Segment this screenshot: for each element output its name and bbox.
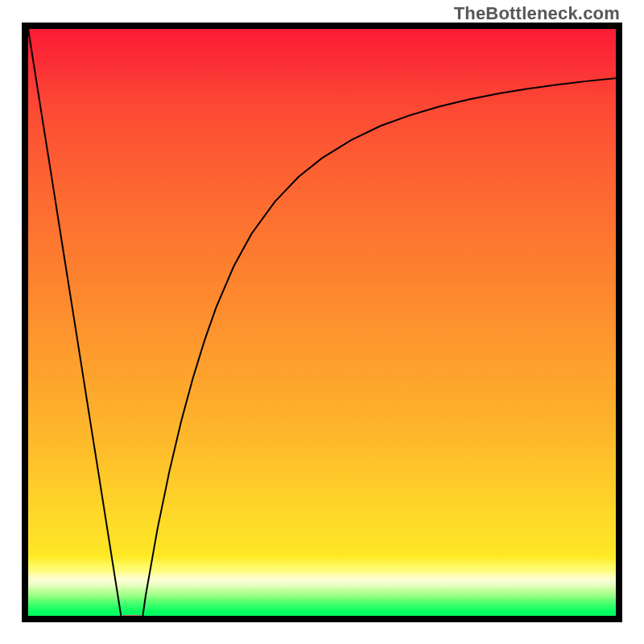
chart-curves-svg <box>28 29 616 616</box>
chart-frame <box>22 23 622 622</box>
curve-left-branch <box>28 29 121 616</box>
watermark-text: TheBottleneck.com <box>454 3 620 24</box>
optimal-point-marker <box>118 615 144 616</box>
curve-right-branch <box>142 78 616 616</box>
plot-area <box>28 29 616 616</box>
